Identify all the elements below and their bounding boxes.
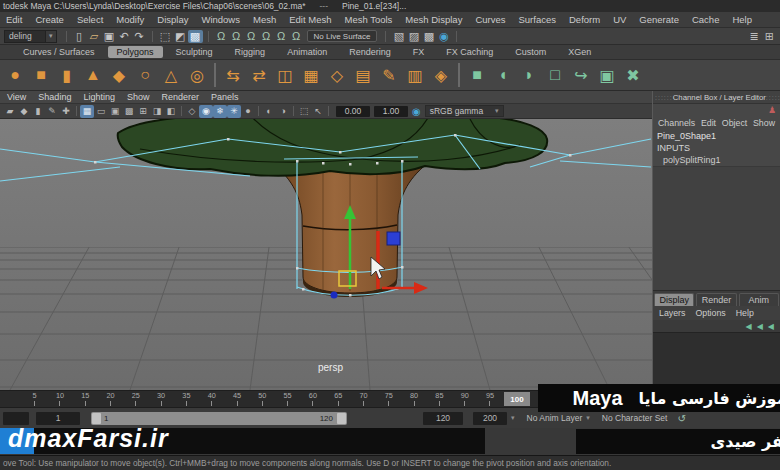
smooth-icon[interactable]: ▦ <box>298 62 324 88</box>
menu-item[interactable]: Windows <box>201 14 240 25</box>
save-scene-icon[interactable]: ▣ <box>102 30 117 43</box>
wireframe-icon[interactable]: ▦ <box>80 105 94 118</box>
subdiv-proxy-icon[interactable]: ◇ <box>324 62 350 88</box>
auto-key-icon[interactable]: ↺ <box>677 413 685 424</box>
lighting-icon[interactable]: ● <box>241 105 255 118</box>
bevel-icon[interactable]: ◖ <box>490 62 516 88</box>
layer-editor-menu-item[interactable]: Help <box>736 308 754 318</box>
target-weld-icon[interactable]: ✖ <box>620 62 646 88</box>
range-end-handle[interactable] <box>337 413 346 424</box>
divider[interactable] <box>208 31 209 42</box>
divider[interactable] <box>76 106 77 116</box>
panel-menu-item[interactable]: View <box>7 92 26 102</box>
shelf-tab[interactable]: FX <box>404 46 434 58</box>
layer-editor-tab[interactable]: Display <box>654 293 694 306</box>
plugin-shape-icon[interactable]: ↖ <box>311 105 325 118</box>
wedge-icon[interactable]: ↪ <box>568 62 594 88</box>
anim-layer-dropdown[interactable]: No Anim Layer <box>527 413 583 423</box>
chevron-down-icon[interactable]: ▾ <box>586 414 590 422</box>
poly-sphere-icon[interactable]: ● <box>2 62 28 88</box>
channel-box-header[interactable]: :::::: Channel Box / Layer Editor :::::: <box>653 91 780 104</box>
render-icon[interactable]: ◉ <box>436 30 451 43</box>
divider[interactable] <box>152 31 153 42</box>
shelf-tab[interactable]: Sculpting <box>167 46 222 58</box>
menu-item[interactable]: Modify <box>116 14 144 25</box>
combine-icon[interactable]: ⇆ <box>220 62 246 88</box>
shelf-tab[interactable]: Rigging <box>226 46 275 58</box>
divider[interactable] <box>458 63 460 87</box>
poly-pyramid-icon[interactable]: △ <box>158 62 184 88</box>
menu-item[interactable]: Display <box>157 14 188 25</box>
shelf-tab[interactable]: FX Caching <box>437 46 502 58</box>
pan-zoom-icon[interactable]: ✚ <box>59 105 73 118</box>
poly-cylinder-icon[interactable]: ▮ <box>54 62 80 88</box>
field-chart-icon[interactable]: ◑ <box>276 105 290 118</box>
no-live-surface-button[interactable]: No Live Surface <box>307 30 378 42</box>
range-slider[interactable]: 1 120 <box>91 412 347 425</box>
divider[interactable] <box>181 106 182 116</box>
input-connections-icon[interactable]: ▧ <box>391 30 406 43</box>
image-plane-icon[interactable]: ✎ <box>45 105 59 118</box>
panel-menu-item[interactable]: Renderer <box>161 92 199 102</box>
mirror-icon[interactable]: ◫ <box>272 62 298 88</box>
separate-icon[interactable]: ⇄ <box>246 62 272 88</box>
layer-editor-menu-item[interactable]: Layers <box>659 308 685 318</box>
current-frame-marker[interactable]: 100 <box>504 392 530 406</box>
camera-icon[interactable]: ▰ <box>3 105 17 118</box>
ambient-occlusion-icon[interactable]: ◨ <box>150 105 164 118</box>
menu-item[interactable]: Mesh Tools <box>344 14 392 25</box>
input-node[interactable]: polySplitRing1 <box>653 154 780 166</box>
menu-item[interactable]: Create <box>35 14 64 25</box>
triangulate-icon[interactable]: ◈ <box>428 62 454 88</box>
menu-item[interactable]: Curves <box>475 14 505 25</box>
workspace-icon[interactable]: ⊞ <box>765 30 774 43</box>
add-divisions-icon[interactable]: □ <box>542 62 568 88</box>
layer-editor-menu-item[interactable]: Options <box>695 308 725 318</box>
menu-item[interactable]: UV <box>613 14 626 25</box>
menu-item[interactable]: Surfaces <box>518 14 556 25</box>
gate-mask-icon[interactable]: ◐ <box>262 105 276 118</box>
layer-move-up-icon[interactable]: ◀ <box>746 322 752 331</box>
menu-item[interactable]: Generate <box>639 14 679 25</box>
undo-icon[interactable]: ↶ <box>117 30 132 43</box>
color-management-icon[interactable]: ◉ <box>412 106 421 117</box>
poly-torus-icon[interactable]: ○ <box>132 62 158 88</box>
use-all-lights-icon[interactable]: ▩ <box>122 105 136 118</box>
menu-item[interactable]: Edit Mesh <box>289 14 331 25</box>
history-icon[interactable]: ▩ <box>421 30 436 43</box>
extrude-icon[interactable]: ■ <box>464 62 490 88</box>
select-component-icon[interactable]: ▩ <box>188 30 203 43</box>
redo-icon[interactable]: ↷ <box>132 30 147 43</box>
manip-blue-vertex[interactable] <box>331 292 338 299</box>
manip-blue-handle[interactable] <box>387 232 400 245</box>
divider[interactable] <box>66 31 67 42</box>
character-icon[interactable]: ♟ <box>768 105 776 115</box>
default-material-icon[interactable]: ✳ <box>227 105 241 118</box>
shaded-icon[interactable]: ▭ <box>94 105 108 118</box>
menu-item[interactable]: Edit <box>6 14 22 25</box>
menu-set-dropdown[interactable]: deling ▾ <box>4 30 57 43</box>
anim-start-field[interactable] <box>3 412 29 425</box>
chevron-down-icon[interactable]: ▾ <box>511 414 515 422</box>
viewport-canvas[interactable]: persp <box>0 119 652 390</box>
menu-item[interactable]: Mesh <box>253 14 276 25</box>
layer-move-down-icon[interactable]: ◀ <box>757 322 763 331</box>
layer-empty-icon[interactable]: ◀ <box>768 322 774 331</box>
wireframe-on-shaded-icon[interactable]: ❄ <box>213 105 227 118</box>
channel-box-menu-item[interactable]: Show <box>753 118 775 128</box>
divider[interactable] <box>214 63 216 87</box>
divider[interactable] <box>258 106 259 116</box>
poly-plane-icon[interactable]: ◆ <box>106 62 132 88</box>
chevron-down-icon[interactable]: ▾ <box>45 31 56 42</box>
new-scene-icon[interactable]: ▯ <box>72 30 87 43</box>
panel-menu-item[interactable]: Shading <box>38 92 71 102</box>
selected-object-name[interactable]: Pine_0Shape1 <box>653 130 780 142</box>
sidebar-toggle-icon[interactable]: ≣ <box>750 30 759 43</box>
poly-cone-icon[interactable]: ▲ <box>80 62 106 88</box>
playback-start-field[interactable]: 1 <box>36 412 80 425</box>
gamma-field[interactable]: 1.00 <box>374 106 408 117</box>
channel-box-menu-item[interactable]: Edit <box>701 118 716 128</box>
shelf-tab[interactable]: Curves / Surfaces <box>14 46 104 58</box>
menu-item[interactable]: Mesh Display <box>405 14 462 25</box>
divider[interactable] <box>293 106 294 116</box>
